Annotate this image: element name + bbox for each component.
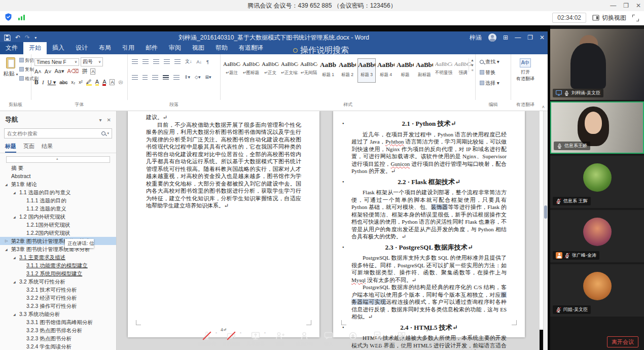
nav-outline-item[interactable]: 1.1.2 选题的意义 (0, 204, 116, 213)
char-border-icon[interactable]: A (90, 68, 95, 75)
style-item[interactable]: AaBbC 标题 2 (338, 58, 356, 83)
nav-search-input[interactable] (7, 131, 101, 136)
ribbon-tab[interactable]: 引用 (117, 42, 140, 54)
leave-meeting-button[interactable]: 离开会议 (607, 336, 638, 347)
nav-tab[interactable]: 页面 (23, 143, 34, 153)
nav-outline-item[interactable]: 1.1.1 选题的目的 (0, 196, 116, 204)
nav-outline-item[interactable]: 3.2.3 热点图书排名分析 (0, 326, 116, 334)
superscript-button[interactable]: x² (79, 80, 83, 85)
meeting-control-button[interactable]: ˆ 设置 (390, 330, 413, 349)
style-item[interactable]: AaBbCcI ↵无间隔 (300, 58, 318, 83)
styles-scroll-up-icon[interactable]: ▲ (471, 58, 474, 62)
chevron-up-icon[interactable]: ˆ (216, 332, 217, 337)
nav-outline-item[interactable]: 3.2.4 学生阅读分析 (0, 342, 116, 350)
ribbon-tab[interactable]: 有道翻译 (233, 42, 269, 54)
collapse-ribbon-icon[interactable]: ˄ (542, 104, 545, 110)
chevron-up-icon[interactable]: ˆ (240, 332, 241, 337)
word-close-button[interactable]: ✕ (540, 34, 545, 41)
nav-outline-item[interactable]: 3.1 主要需求及描述 (0, 253, 116, 261)
shrink-font-icon[interactable]: A˅ (45, 68, 52, 75)
meeting-security-icon[interactable] (4, 13, 13, 21)
meeting-control-button[interactable]: ˆ 文档 (366, 330, 389, 349)
nav-outline-item[interactable]: 第1章 绪论 (0, 180, 116, 188)
text-highlight-button[interactable]: 🖉 (86, 79, 92, 86)
font-family-select[interactable]: Times New F∨ (34, 58, 79, 66)
nav-outline-item[interactable]: Abstract (0, 172, 116, 180)
account-avatar[interactable] (488, 33, 496, 42)
switch-view-button[interactable]: 切换视图 (592, 14, 626, 22)
ribbon-tab[interactable]: 插入 (47, 42, 70, 54)
nav-outline-item[interactable]: 第2章 图书统计管理系统使用技术 (0, 237, 116, 245)
pinyin-sort-icon[interactable]: 文↓ (185, 58, 192, 65)
nav-tab[interactable]: 标题 (5, 143, 16, 153)
style-item[interactable]: AaBbCcD ↵正文缩... (280, 58, 299, 83)
style-item[interactable]: AaBbC( 标题 (396, 58, 414, 83)
style-item[interactable]: AaBbCcDc ↵图标题 (242, 58, 260, 83)
participant-tile[interactable]: 张广峰-金涛 (550, 210, 644, 262)
nav-outline-item[interactable]: 1.2.2国内研究现状 (0, 229, 116, 237)
enclose-char-icon[interactable]: A (110, 79, 115, 85)
paste-button[interactable]: 粘贴 ▾ (3, 57, 18, 89)
nav-item-blank[interactable] (6, 156, 110, 163)
distribute-icon[interactable] (173, 75, 180, 80)
nav-outline-item[interactable]: 3.2.3 操作可行性分析 (0, 302, 116, 310)
meeting-control-button[interactable]: ˆ 成员(19) (293, 330, 316, 349)
meeting-control-button[interactable]: ˆ 解除静音 (195, 330, 219, 349)
nav-search-icon[interactable] (101, 131, 105, 135)
close-button[interactable]: ✕ (636, 2, 641, 9)
nav-outline-item[interactable]: 3.2 系统可行性分析 (0, 277, 116, 286)
participant-tile[interactable]: 信息系 王辉 (550, 156, 644, 208)
nav-outline-item[interactable]: 1.2 国内外研究现状 (0, 213, 116, 221)
increase-indent-icon[interactable] (174, 59, 181, 64)
style-item[interactable]: AaBb 标题 1 (319, 58, 337, 83)
maximize-button[interactable]: ❐ (623, 2, 629, 9)
meeting-control-button[interactable]: ˆ 开启视频 (220, 330, 243, 349)
styles-scroll-down-icon[interactable]: ▼ (471, 63, 474, 67)
font-color-button[interactable]: A (102, 79, 106, 86)
document-canvas[interactable]: 建议。↵目前，不少高校借助大数据开展了很多面向管理和个性化服务的应用，利用大数据… (117, 111, 540, 350)
replace-button[interactable]: 替换 (480, 69, 499, 76)
align-center-icon[interactable] (142, 75, 148, 80)
font-size-select[interactable]: 四号∨ (81, 57, 103, 66)
borders-icon[interactable]: ⊞▾ (205, 75, 211, 80)
scrollbar-thumb[interactable] (544, 205, 547, 219)
styles-more-icon[interactable]: ≡ (471, 68, 474, 72)
fullscreen-icon[interactable] (632, 15, 639, 21)
undo-icon[interactable]: ↶ (15, 34, 20, 41)
participant-tile[interactable]: 刘梓涵-吴文臣 (550, 29, 644, 100)
highlight-color-button[interactable]: A (95, 79, 99, 86)
line-spacing-icon[interactable]: ⇕▾ (184, 75, 190, 80)
nav-outline-item[interactable]: 摘 要 (0, 164, 116, 172)
justify-icon[interactable] (163, 75, 169, 80)
ribbon-tab[interactable]: 开始 (23, 42, 47, 54)
select-button[interactable]: 选择 ▾ (480, 80, 499, 87)
nav-tab[interactable]: 结果 (42, 143, 53, 153)
nav-outline-item[interactable]: 第3章 图书统计管理系统需求分析 (0, 245, 116, 253)
italic-button[interactable]: I (42, 79, 44, 85)
find-button[interactable]: 查找 ▾ (480, 58, 499, 65)
redo-icon[interactable]: ↷ (25, 34, 30, 41)
ribbon-options-icon[interactable]: ⊞ (503, 34, 508, 41)
youdao-open-button[interactable]: A中 打开 有道翻译 (515, 58, 535, 82)
document-page-4[interactable]: 建议。↵目前，不少高校借助大数据开展了很多面向管理和个性化服务的应用，利用大数据… (128, 111, 319, 337)
nav-outline-item[interactable]: 3.1.1 功能需求的模型建立 (0, 261, 116, 269)
char-shading-icon[interactable]: ㊅ (118, 79, 123, 86)
ribbon-tab[interactable]: 文件 (0, 42, 23, 54)
document-page-5[interactable]: •2.1 · Python 技术↵近几年，在项目开发过程中，Python 语言的… (333, 111, 525, 337)
multilevel-list-icon[interactable] (153, 59, 159, 64)
strikethrough-button[interactable]: abc (59, 80, 67, 85)
meeting-control-button[interactable]: ˆ 聊天 (317, 330, 340, 349)
number-list-icon[interactable] (142, 59, 149, 64)
meeting-control-button[interactable]: ˆ 邀请 (268, 330, 292, 349)
ribbon-tab[interactable]: 帮助 (210, 42, 233, 54)
nav-search-dropdown-icon[interactable]: ▾ (107, 131, 109, 135)
nav-outline-item[interactable]: 1.2.1国外研究现状 (0, 221, 116, 229)
nav-search-box[interactable]: ▾ (4, 128, 112, 138)
participant-tile[interactable]: 闫姐-吴文臣 (550, 264, 644, 317)
nav-outline-item[interactable]: 3.3 系统功能分析 (0, 310, 116, 318)
ribbon-tab[interactable]: 邮件 (140, 42, 163, 54)
nav-close-icon[interactable]: ✕ (107, 117, 111, 123)
ribbon-tab[interactable]: 布局 (93, 42, 117, 54)
align-left-icon[interactable] (132, 75, 138, 80)
style-item[interactable]: AaBbC( 副标题 (415, 58, 434, 83)
